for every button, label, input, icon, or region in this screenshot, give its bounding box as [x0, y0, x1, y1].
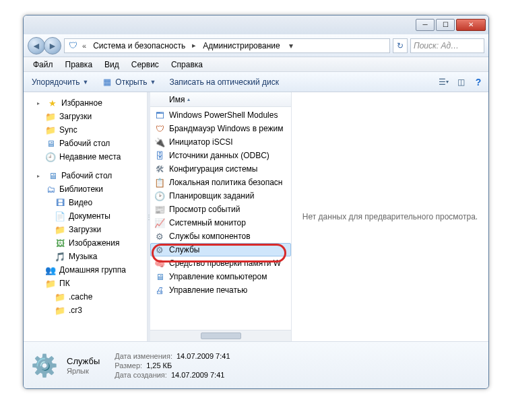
shortcut-icon: 📋	[154, 177, 165, 188]
nav-label: Sync	[59, 125, 77, 135]
menu-help[interactable]: Справка	[166, 59, 208, 71]
nav-label: ПК	[59, 279, 70, 288]
titlebar: ─ ☐ ✕	[24, 15, 488, 34]
list-item[interactable]: 📈Системный монитор	[150, 216, 291, 230]
nav-recent[interactable]: 🕘Недавние места	[25, 150, 146, 164]
menu-view[interactable]: Вид	[99, 59, 125, 71]
view-mode-button[interactable]: ☰▾	[437, 76, 449, 88]
shortcut-icon: 🗔	[154, 110, 165, 120]
menu-edit[interactable]: Правка	[60, 59, 98, 71]
breadcrumb-seg-2[interactable]: Администрирование	[200, 41, 282, 50]
forward-button[interactable]: ►	[44, 37, 61, 55]
list-item[interactable]: 📋Локальная политика безопасн	[150, 176, 291, 189]
nav-libraries[interactable]: 🗂Библиотеки	[25, 182, 146, 196]
shortcut-icon: 🖨	[154, 285, 165, 295]
preview-pane: Нет данных для предварительного просмотр…	[292, 92, 488, 341]
breadcrumb-dropdown[interactable]: ▾	[286, 41, 296, 50]
nav-desktop-fav[interactable]: 🖥Рабочий стол	[25, 137, 146, 150]
details-icon: ⚙️	[30, 351, 59, 380]
list-item-label: Средство проверки памяти W	[169, 258, 281, 268]
list-item[interactable]: 🕑Планировщик заданий	[150, 189, 291, 203]
nav-label: Видео	[69, 198, 92, 207]
nav-cr3[interactable]: 📁.cr3	[25, 304, 146, 317]
nav-cache[interactable]: 📁.cache	[25, 290, 146, 304]
shortcut-icon: 📈	[154, 217, 165, 228]
navigation-pane[interactable]: ▸ ★ Избранное 📁Загрузки 📁Sync 🖥Рабочий с…	[24, 92, 148, 341]
list-item-label: Службы компонентов	[169, 232, 251, 241]
list-item[interactable]: 🖥Управление компьютером	[150, 270, 291, 283]
nav-label: Домашняя группа	[59, 265, 126, 275]
chevron-down-icon: ▼	[150, 79, 156, 85]
nav-label: Загрузки	[59, 112, 92, 121]
nav-homegroup[interactable]: 👥Домашняя группа	[25, 263, 146, 277]
folder-icon: 📁	[45, 111, 56, 122]
back-button[interactable]: ◄	[28, 37, 45, 55]
desktop-icon: 🖥	[45, 138, 56, 149]
open-icon: ▦	[102, 77, 113, 88]
list-item-label: Windows PowerShell Modules	[169, 110, 278, 120]
organize-button[interactable]: Упорядочить▼	[28, 76, 92, 88]
nav-music[interactable]: 🎵Музыка	[25, 250, 146, 263]
nav-pc[interactable]: 📁ПК	[25, 277, 146, 290]
nav-downloads2[interactable]: 📁Загрузки	[25, 223, 146, 236]
minimize-button[interactable]: ─	[416, 19, 435, 31]
nav-label: Рабочий стол	[61, 171, 112, 180]
file-list[interactable]: 🗔Windows PowerShell Modules 🛡Брандмауэр …	[150, 107, 291, 330]
homegroup-icon: 👥	[45, 265, 56, 275]
close-button[interactable]: ✕	[456, 19, 486, 31]
details-type: Ярлык	[67, 367, 89, 375]
burn-button[interactable]: Записать на оптический диск	[165, 76, 283, 88]
list-item[interactable]: 🗄Источники данных (ODBC)	[150, 149, 291, 162]
list-item-selected[interactable]: ⚙Службы	[150, 243, 291, 256]
toolbar: Упорядочить▼ ▦ Открыть▼ Записать на опти…	[24, 72, 488, 92]
shortcut-icon: 📰	[154, 204, 165, 215]
list-item[interactable]: 🖨Управление печатью	[150, 283, 291, 297]
nav-documents[interactable]: 📄Документы	[25, 209, 146, 223]
breadcrumb[interactable]: 🛡 « Система и безопасность ▸ Администрир…	[64, 38, 390, 53]
nav-desktop-root[interactable]: ▸ 🖥 Рабочий стол	[25, 169, 146, 182]
nav-label: Рабочий стол	[59, 139, 110, 148]
star-icon: ★	[47, 98, 58, 108]
search-placeholder: Поиск: Ад…	[414, 41, 459, 50]
list-item[interactable]: 🗔Windows PowerShell Modules	[150, 108, 291, 122]
menu-file[interactable]: Файл	[28, 59, 59, 71]
chevron-right-icon: ▸	[191, 41, 197, 50]
list-item[interactable]: 🔌Инициатор iSCSI	[150, 135, 291, 149]
explorer-window: ─ ☐ ✕ ◄ ► 🛡 « Система и безопасность ▸ А…	[23, 15, 489, 389]
menu-tools[interactable]: Сервис	[126, 59, 164, 71]
list-item[interactable]: 🧠Средство проверки памяти W	[150, 256, 291, 270]
nav-downloads[interactable]: 📁Загрузки	[25, 110, 146, 123]
details-pane: ⚙️ Службы Ярлык Дата изменения:14.07.200…	[24, 341, 488, 388]
details-size: 1,25 КБ	[146, 361, 172, 370]
folder-icon: 📁	[55, 305, 65, 316]
menubar: Файл Правка Вид Сервис Справка	[24, 57, 488, 72]
horizontal-scrollbar[interactable]	[150, 330, 291, 341]
nav-sync[interactable]: 📁Sync	[25, 123, 146, 137]
nav-favorites[interactable]: ▸ ★ Избранное	[25, 96, 146, 110]
open-button[interactable]: ▦ Открыть▼	[98, 75, 160, 89]
list-item[interactable]: 🛠Конфигурация системы	[150, 162, 291, 176]
nav-label: Избранное	[61, 98, 102, 108]
list-item[interactable]: ⚙Службы компонентов	[150, 230, 291, 243]
refresh-button[interactable]: ↻	[393, 38, 408, 53]
picture-icon: 🖼	[55, 238, 65, 248]
nav-pictures[interactable]: 🖼Изображения	[25, 236, 146, 250]
shortcut-icon: 🔌	[154, 137, 165, 147]
nav-videos[interactable]: 🎞Видео	[25, 196, 146, 209]
search-input[interactable]: Поиск: Ад…	[410, 38, 484, 53]
preview-pane-button[interactable]: ◫	[455, 76, 467, 88]
details-modified: 14.07.2009 7:41	[177, 352, 230, 360]
help-button[interactable]: ?	[472, 76, 484, 88]
breadcrumb-seg-1[interactable]: Система и безопасность	[90, 41, 188, 50]
column-header-name[interactable]: Имя▴	[150, 92, 291, 107]
video-icon: 🎞	[55, 197, 65, 208]
list-item[interactable]: 📰Просмотр событий	[150, 203, 291, 216]
nav-label: Библиотеки	[59, 184, 103, 194]
list-item-label: Службы	[169, 245, 199, 254]
maximize-button[interactable]: ☐	[436, 19, 455, 31]
document-icon: 📄	[55, 211, 65, 221]
details-created: 14.07.2009 7:41	[171, 371, 225, 379]
list-item-label: Конфигурация системы	[169, 164, 257, 174]
list-item[interactable]: 🛡Брандмауэр Windows в режим	[150, 122, 291, 135]
nav-row: ◄ ► 🛡 « Система и безопасность ▸ Админис…	[24, 34, 488, 57]
